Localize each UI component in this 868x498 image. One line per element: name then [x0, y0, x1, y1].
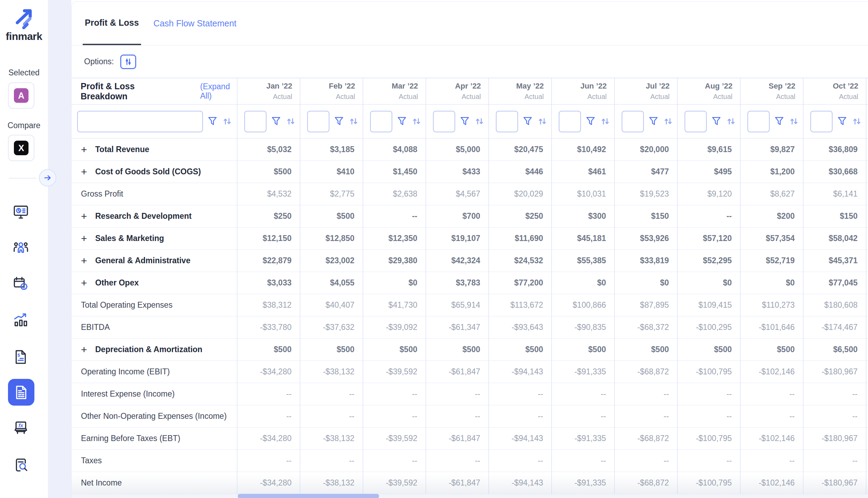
expand-plus-icon[interactable]: +	[81, 234, 90, 243]
row-label-cell: +Total Revenue	[72, 139, 237, 161]
sort-icon[interactable]	[286, 116, 296, 127]
row-label-cell: Total Operating Expenses	[72, 294, 237, 316]
filter-icon[interactable]	[586, 116, 595, 127]
column-filter-input-7[interactable]	[685, 111, 707, 132]
sort-icon[interactable]	[726, 116, 737, 127]
nav-audit-search[interactable]	[13, 457, 29, 473]
filter-icon[interactable]	[397, 116, 407, 127]
filter-icon[interactable]	[712, 116, 721, 127]
filter-icon[interactable]	[460, 116, 469, 127]
sort-icon[interactable]	[222, 116, 233, 127]
row-spacer	[866, 339, 868, 361]
value-cell: --	[552, 405, 615, 428]
value-cell: -$68,872	[615, 361, 678, 383]
filter-icon[interactable]	[334, 116, 344, 127]
filter-icon[interactable]	[208, 116, 217, 127]
sort-icon[interactable]	[789, 116, 800, 127]
filter-icon[interactable]	[271, 116, 281, 127]
scenario-label: Actual	[524, 92, 544, 101]
value-cell: -$39,592	[363, 428, 426, 450]
value-cell: --	[678, 383, 740, 405]
selected-scenario-card[interactable]: A	[8, 82, 34, 109]
column-filter-input-2[interactable]	[370, 111, 392, 132]
options-button[interactable]	[120, 55, 136, 69]
value-cell: $6,500	[803, 339, 866, 361]
value-cell: $87,895	[615, 294, 678, 316]
tab-cash-flow-statement[interactable]: Cash Flow Statement	[152, 2, 239, 45]
row-label: Cost of Goods Sold (COGS)	[95, 167, 201, 176]
column-filter-input-1[interactable]	[307, 111, 329, 132]
sort-icon[interactable]	[411, 116, 422, 127]
tab-profit-and-loss[interactable]: Profit & Loss	[83, 2, 141, 45]
sidebar-expand-button[interactable]	[39, 169, 56, 186]
nav-formulas[interactable]: fx	[13, 420, 29, 436]
expand-plus-icon[interactable]: +	[81, 167, 90, 176]
filter-icon[interactable]	[649, 116, 658, 127]
value-cell: -$94,143	[489, 361, 552, 383]
value-cell: $300	[552, 205, 615, 227]
compare-avatar[interactable]: X	[14, 141, 28, 155]
filter-icon[interactable]	[775, 116, 784, 127]
value-cell: --	[300, 450, 363, 472]
column-filter-input-8[interactable]	[747, 111, 770, 132]
column-filter-cell-8	[740, 105, 803, 139]
sort-icon[interactable]	[663, 116, 674, 127]
filter-icon[interactable]	[523, 116, 532, 127]
expand-plus-icon[interactable]: +	[81, 212, 90, 221]
brand-logo[interactable]: finmark	[0, 7, 48, 42]
value-cell: $52,295	[678, 250, 740, 272]
sort-icon[interactable]	[852, 116, 862, 127]
month-label: Jan ’22	[266, 82, 292, 91]
sort-icon[interactable]	[600, 116, 611, 127]
expand-plus-icon[interactable]: +	[81, 345, 90, 354]
bar-chart-trend-icon	[13, 312, 29, 328]
compare-scenario-card[interactable]: X	[8, 135, 34, 161]
filter-icon[interactable]	[837, 116, 847, 127]
value-cell: -$38,132	[300, 472, 363, 494]
expand-plus-icon[interactable]: +	[81, 279, 90, 288]
column-filter-input-9[interactable]	[810, 111, 833, 132]
nav-expenses[interactable]: $	[13, 276, 29, 292]
sort-icon[interactable]	[537, 116, 548, 127]
month-label: Mar ’22	[392, 82, 418, 91]
month-label: May ’22	[516, 82, 544, 91]
nav-revenue[interactable]: $	[13, 349, 29, 365]
column-filter-input-3[interactable]	[433, 111, 455, 132]
month-header-2: Mar ’22Actual	[363, 78, 426, 105]
value-cell: -$38,132	[300, 361, 363, 383]
nav-headcount[interactable]	[13, 240, 29, 256]
compare-label: Compare	[0, 121, 48, 130]
sidebar-gap-strip	[48, 0, 71, 498]
expand-plus-icon[interactable]: +	[81, 145, 90, 154]
value-cell: -$180,967	[803, 361, 866, 383]
nav-metrics[interactable]	[13, 312, 29, 328]
value-cell: $53,926	[615, 227, 678, 250]
value-cell: $4,532	[237, 183, 300, 205]
nav-financial-statements[interactable]	[8, 379, 34, 406]
horizontal-scrollbar[interactable]	[72, 494, 868, 498]
value-cell: --	[552, 383, 615, 405]
row-label-cell: Other Non-Operating Expenses (Income)	[72, 405, 237, 428]
column-filter-input-5[interactable]	[559, 111, 581, 132]
row-search-input[interactable]	[77, 111, 203, 132]
column-filter-input-6[interactable]	[622, 111, 644, 132]
value-cell: $477	[615, 161, 678, 183]
expand-plus-icon[interactable]: +	[81, 256, 90, 265]
value-cell: $20,000	[615, 139, 678, 161]
column-filter-input-4[interactable]	[496, 111, 518, 132]
value-cell: -$61,847	[426, 472, 489, 494]
sort-icon[interactable]	[474, 116, 485, 127]
sort-icon[interactable]	[349, 116, 359, 127]
column-filter-input-0[interactable]	[244, 111, 267, 132]
value-cell: --	[300, 383, 363, 405]
expand-all-link[interactable]: (Expand All)	[200, 82, 237, 101]
column-filter-cell-0	[237, 105, 300, 139]
value-cell: $700	[426, 205, 489, 227]
value-cell: -$90,835	[552, 316, 615, 339]
value-cell: -$102,146	[740, 428, 803, 450]
scrollbar-thumb[interactable]	[238, 494, 379, 498]
selected-avatar[interactable]: A	[14, 88, 28, 103]
value-cell: $500	[300, 339, 363, 361]
value-cell: $9,827	[740, 139, 803, 161]
nav-dashboard[interactable]	[13, 204, 29, 220]
